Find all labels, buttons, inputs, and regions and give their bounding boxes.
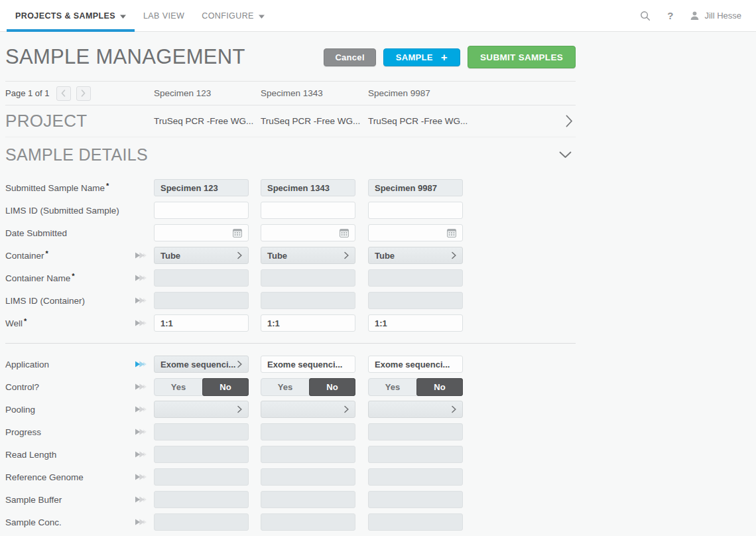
text-input[interactable]: Specimen 1343 bbox=[261, 179, 355, 196]
toggle-option-yes[interactable]: Yes bbox=[261, 382, 309, 392]
help-icon[interactable]: ? bbox=[667, 10, 673, 21]
yes-no-toggle: YesNo bbox=[261, 378, 355, 396]
toggle-option-no[interactable]: No bbox=[416, 378, 463, 396]
add-sample-button[interactable]: SAMPLE + bbox=[383, 48, 460, 66]
field-label: Application bbox=[5, 360, 49, 369]
dropdown-select[interactable]: Tube bbox=[261, 247, 355, 264]
cancel-button[interactable]: Cancel bbox=[324, 48, 375, 66]
previous-page-button[interactable] bbox=[56, 86, 71, 101]
calendar-icon[interactable] bbox=[447, 229, 456, 237]
text-input[interactable] bbox=[154, 269, 249, 287]
text-input[interactable] bbox=[368, 202, 463, 219]
nav-tab-label: LAB VIEW bbox=[143, 11, 184, 21]
field-value: 1:1 bbox=[267, 318, 280, 328]
form-row: Date Submitted bbox=[5, 222, 576, 244]
toggle-option-no[interactable]: No bbox=[202, 378, 249, 396]
field-label: Reference Genome bbox=[5, 472, 84, 482]
text-input[interactable] bbox=[154, 292, 249, 309]
form-row: ApplicationExome sequenci...Exome sequen… bbox=[5, 353, 576, 375]
form-row: LIMS ID (Submitted Sample) bbox=[5, 199, 576, 222]
toggle-option-yes[interactable]: Yes bbox=[369, 382, 416, 392]
text-input[interactable] bbox=[154, 202, 249, 219]
text-input[interactable] bbox=[368, 513, 463, 531]
required-marker: * bbox=[106, 182, 109, 190]
text-input[interactable] bbox=[154, 423, 249, 440]
apply-to-all-icon[interactable] bbox=[135, 360, 147, 368]
required-marker: * bbox=[46, 249, 48, 257]
nav-tab-configure[interactable]: CONFIGURE bbox=[193, 0, 273, 31]
dropdown-select[interactable] bbox=[154, 401, 249, 418]
text-input[interactable]: Specimen 9987 bbox=[368, 179, 463, 196]
form-row: Well*1:11:11:1 bbox=[5, 312, 576, 334]
field-value: Tube bbox=[375, 251, 395, 261]
text-input[interactable] bbox=[261, 446, 355, 463]
text-input[interactable]: 1:1 bbox=[261, 314, 355, 332]
date-input[interactable] bbox=[261, 224, 355, 241]
text-input[interactable] bbox=[261, 292, 355, 309]
apply-to-all-icon[interactable] bbox=[135, 428, 147, 436]
dropdown-select[interactable]: Tube bbox=[154, 247, 249, 264]
project-expand-icon[interactable] bbox=[566, 115, 573, 127]
project-section: PROJECT TruSeq PCR -Free WG... TruSeq PC… bbox=[5, 105, 576, 137]
column-header: Specimen 9987 bbox=[368, 88, 475, 98]
text-input[interactable] bbox=[261, 468, 355, 486]
dropdown-select[interactable]: Tube bbox=[368, 247, 463, 264]
text-input[interactable] bbox=[154, 491, 249, 508]
text-input[interactable] bbox=[368, 423, 463, 440]
text-input[interactable] bbox=[261, 269, 355, 287]
dropdown-select[interactable]: Exome sequenci... bbox=[154, 356, 249, 373]
toggle-option-yes[interactable]: Yes bbox=[155, 382, 202, 392]
collapse-section-icon[interactable] bbox=[559, 151, 572, 159]
dropdown-select[interactable] bbox=[368, 401, 463, 418]
next-page-button[interactable] bbox=[76, 86, 91, 101]
nav-tab-projects-samples[interactable]: PROJECTS & SAMPLES bbox=[7, 0, 135, 31]
apply-to-all-icon[interactable] bbox=[135, 496, 147, 503]
text-input[interactable] bbox=[261, 491, 355, 508]
form-row: Container Name* bbox=[5, 267, 576, 289]
text-input[interactable] bbox=[154, 468, 249, 486]
field-label: Read Length bbox=[5, 450, 56, 460]
date-input[interactable] bbox=[368, 224, 463, 241]
text-input[interactable]: Exome sequenci... bbox=[368, 356, 463, 373]
text-input[interactable]: 1:1 bbox=[368, 314, 463, 332]
apply-to-all-icon[interactable] bbox=[135, 297, 147, 304]
date-input[interactable] bbox=[154, 224, 249, 241]
chevron-right-icon bbox=[344, 405, 349, 413]
field-value: 1:1 bbox=[375, 318, 387, 328]
apply-to-all-icon[interactable] bbox=[135, 383, 147, 391]
project-heading: PROJECT bbox=[5, 111, 154, 131]
apply-to-all-icon[interactable] bbox=[135, 450, 147, 458]
toggle-option-no[interactable]: No bbox=[309, 378, 355, 396]
calendar-icon[interactable] bbox=[340, 229, 349, 237]
user-menu[interactable]: Jill Hesse bbox=[690, 11, 741, 21]
apply-to-all-icon[interactable] bbox=[135, 405, 147, 413]
field-label: LIMS ID (Submitted Sample) bbox=[5, 206, 119, 216]
apply-to-all-icon[interactable] bbox=[135, 473, 147, 481]
apply-to-all-icon[interactable] bbox=[135, 518, 147, 526]
form-row: Reference Genome bbox=[5, 466, 576, 488]
text-input[interactable] bbox=[368, 446, 463, 463]
apply-to-all-icon[interactable] bbox=[135, 319, 147, 327]
calendar-icon[interactable] bbox=[233, 229, 242, 237]
text-input[interactable] bbox=[368, 468, 463, 486]
dropdown-select[interactable] bbox=[261, 401, 355, 418]
text-input[interactable] bbox=[154, 513, 249, 531]
text-input[interactable]: 1:1 bbox=[154, 314, 249, 332]
text-input[interactable] bbox=[368, 491, 463, 508]
chevron-right-icon bbox=[452, 251, 456, 259]
text-input[interactable] bbox=[154, 446, 249, 463]
text-input[interactable] bbox=[261, 513, 355, 531]
text-input[interactable]: Exome sequenci... bbox=[261, 356, 355, 373]
nav-tab-lab-view[interactable]: LAB VIEW bbox=[135, 0, 193, 31]
text-input[interactable] bbox=[261, 202, 355, 219]
search-icon[interactable] bbox=[640, 11, 651, 21]
apply-to-all-icon[interactable] bbox=[135, 274, 147, 282]
text-input[interactable] bbox=[261, 423, 355, 440]
submit-samples-button[interactable]: SUBMIT SAMPLES bbox=[468, 46, 576, 68]
column-header: Specimen 123 bbox=[154, 88, 261, 98]
apply-to-all-icon[interactable] bbox=[135, 251, 147, 259]
chevron-right-icon bbox=[237, 251, 242, 259]
text-input[interactable] bbox=[368, 292, 463, 309]
text-input[interactable] bbox=[368, 269, 463, 287]
text-input[interactable]: Specimen 123 bbox=[154, 179, 249, 196]
